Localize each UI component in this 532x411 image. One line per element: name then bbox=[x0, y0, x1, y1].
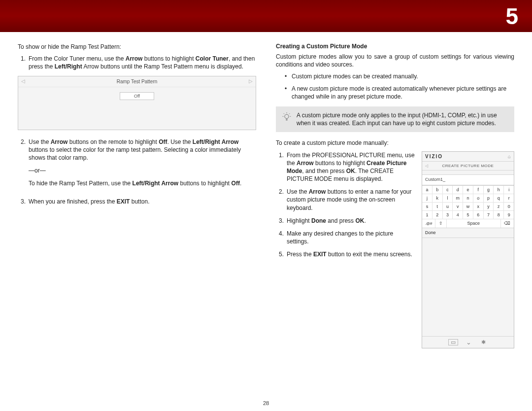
keyboard-key[interactable]: 5 bbox=[463, 211, 473, 219]
svg-line-7 bbox=[289, 113, 290, 114]
right-step-3: 3. Highlight Done and press OK. bbox=[276, 217, 415, 225]
ramp-title: Ramp Test Pattern bbox=[117, 79, 158, 84]
triangle-left-icon[interactable]: ◁ bbox=[21, 78, 25, 84]
keyboard-key[interactable]: l bbox=[443, 194, 453, 203]
svg-point-0 bbox=[285, 114, 289, 118]
vizio-bottom-bar: ▭ ⌄ ✱ bbox=[422, 336, 514, 348]
keyboard-key[interactable]: 9 bbox=[504, 211, 514, 219]
keyboard-key[interactable]: k bbox=[432, 194, 443, 203]
keyboard-key[interactable]: b bbox=[432, 186, 443, 194]
keyboard-key[interactable]: s bbox=[422, 203, 432, 211]
triangle-left-icon[interactable]: ◁ bbox=[425, 164, 429, 168]
bullet-2: A new custom picture mode is created aut… bbox=[276, 85, 514, 101]
keyboard-key[interactable]: 4 bbox=[453, 211, 463, 219]
keyboard-key[interactable]: v bbox=[453, 203, 463, 211]
right-step-4: 4. Make any desired changes to the pictu… bbox=[276, 230, 415, 245]
keyboard-key[interactable]: f bbox=[473, 186, 484, 194]
keyboard-shift-key[interactable]: ⇧ bbox=[435, 219, 447, 228]
keyboard-key[interactable]: h bbox=[494, 186, 504, 194]
picture-mode-name-field[interactable]: Custom1_ bbox=[422, 174, 514, 185]
chapter-number: 5 bbox=[505, 3, 518, 30]
vizio-logo: VIZIO bbox=[425, 154, 443, 159]
keyboard-key[interactable]: x bbox=[473, 203, 484, 211]
keyboard-key[interactable]: g bbox=[484, 186, 494, 194]
right-heading: Creating a Custom Picture Mode bbox=[276, 43, 514, 50]
vizio-header: VIZIO ⌂ bbox=[422, 152, 514, 162]
tip-callout: A custom picture mode only applies to th… bbox=[276, 106, 514, 132]
lightbulb-icon bbox=[282, 112, 292, 122]
keyboard-key[interactable]: r bbox=[504, 194, 514, 203]
keyboard-key[interactable]: y bbox=[484, 203, 494, 211]
keyboard-key[interactable]: 8 bbox=[494, 211, 504, 219]
vizio-create-picture-mode-panel: VIZIO ⌂ ◁ CREATE PICTURE MODE Custom1_ a… bbox=[422, 151, 514, 348]
onscreen-keyboard: abcdefghi jklmnopqr stuvwxyz0 123456789 … bbox=[422, 185, 514, 228]
keyboard-key[interactable]: i bbox=[504, 186, 514, 194]
ramp-title-row: ◁ Ramp Test Pattern ▷ bbox=[18, 76, 256, 87]
keyboard-key[interactable]: t bbox=[432, 203, 443, 211]
keyboard-key[interactable]: 0 bbox=[504, 203, 514, 211]
right-column: Creating a Custom Picture Mode Custom pi… bbox=[276, 43, 514, 348]
keyboard-key[interactable]: o bbox=[473, 194, 484, 203]
vizio-subheader: ◁ CREATE PICTURE MODE bbox=[422, 162, 514, 171]
keyboard-key[interactable]: 2 bbox=[432, 211, 443, 219]
keyboard-done-button[interactable]: Done bbox=[422, 228, 514, 238]
keyboard-key[interactable]: 7 bbox=[484, 211, 494, 219]
right-step-1: 1. From the PROFESSIONAL PICTURE menu, u… bbox=[276, 151, 415, 183]
keyboard-key[interactable]: q bbox=[494, 194, 504, 203]
svg-line-6 bbox=[284, 113, 284, 114]
right-intro2: To create a custom picture mode manually… bbox=[276, 139, 514, 147]
right-step-5: 5. Press the EXIT button to exit the men… bbox=[276, 250, 415, 258]
keyboard-key[interactable]: 3 bbox=[443, 211, 453, 219]
left-intro: To show or hide the Ramp Test Pattern: bbox=[18, 43, 256, 51]
chapter-banner: 5 bbox=[0, 0, 532, 32]
keyboard-key[interactable]: w bbox=[463, 203, 473, 211]
ramp-value-pill[interactable]: Off bbox=[120, 92, 154, 100]
keyboard-key[interactable]: u bbox=[443, 203, 453, 211]
keyboard-key[interactable]: j bbox=[422, 194, 432, 203]
home-icon[interactable]: ⌂ bbox=[508, 154, 511, 159]
keyboard-key[interactable]: d bbox=[453, 186, 463, 194]
triangle-right-icon[interactable]: ▷ bbox=[249, 78, 253, 84]
left-step-3: 3. When you are finished, press the EXIT… bbox=[18, 198, 256, 206]
keyboard-key[interactable]: m bbox=[453, 194, 463, 203]
left-step-2: 2. Use the Arrow buttons on the remote t… bbox=[18, 138, 256, 193]
gear-icon[interactable]: ✱ bbox=[479, 339, 488, 345]
right-intro: Custom picture modes allow you to save a… bbox=[276, 53, 514, 68]
left-step-1: 1. From the Color Tuner menu, use the Ar… bbox=[18, 55, 256, 70]
keyboard-key[interactable]: 6 bbox=[473, 211, 484, 219]
keyboard-backspace-key[interactable]: ⌫ bbox=[501, 219, 514, 228]
left-column: To show or hide the Ramp Test Pattern: 1… bbox=[18, 43, 256, 348]
keyboard-key[interactable]: n bbox=[463, 194, 473, 203]
keyboard-key[interactable]: z bbox=[494, 203, 504, 211]
page-number: 28 bbox=[0, 400, 532, 406]
keyboard-space-key[interactable]: Space bbox=[447, 219, 501, 228]
keyboard-key[interactable]: a bbox=[422, 186, 432, 194]
tip-text: A custom picture mode only applies to th… bbox=[297, 111, 508, 127]
keyboard-key[interactable]: c bbox=[443, 186, 453, 194]
right-step-2: 2. Use the Arrow buttons to enter a name… bbox=[276, 188, 415, 212]
ramp-test-pattern-panel: ◁ Ramp Test Pattern ▷ Off bbox=[18, 76, 256, 130]
bullet-1: Custom picture modes can be created manu… bbox=[276, 72, 514, 80]
chevron-down-icon[interactable]: ⌄ bbox=[466, 339, 471, 346]
keyboard-symbols-key[interactable]: .@# bbox=[422, 219, 435, 228]
keyboard-key[interactable]: e bbox=[463, 186, 473, 194]
keyboard-key[interactable]: p bbox=[484, 194, 494, 203]
keyboard-key[interactable]: 1 bbox=[422, 211, 432, 219]
wide-icon[interactable]: ▭ bbox=[448, 339, 458, 345]
